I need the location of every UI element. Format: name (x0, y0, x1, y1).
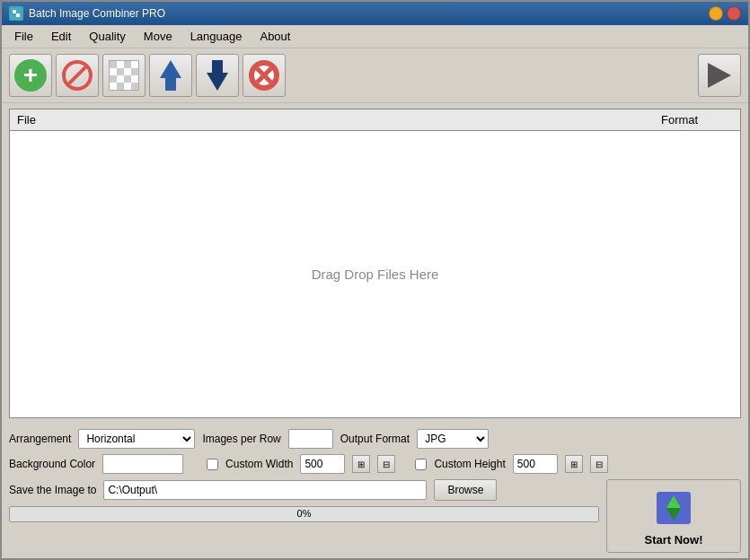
browse-button[interactable]: Browse (434, 479, 497, 501)
grid-icon-1: ⊞ (357, 459, 365, 469)
arrangement-label: Arrangement (9, 433, 71, 445)
save-label: Save the Image to (9, 484, 96, 496)
bg-color-row: Background Color Custom Width ⊞ ⊟ Custom… (9, 454, 741, 474)
file-table: File Format Drag Drop Files Here (9, 109, 741, 418)
custom-width-increase-btn[interactable]: ⊞ (352, 455, 370, 473)
menu-quality[interactable]: Quality (82, 28, 132, 45)
menu-move[interactable]: Move (137, 28, 180, 45)
arrangement-row: Arrangement Horizontal Vertical Grid Ima… (9, 429, 741, 449)
save-path-input[interactable] (103, 480, 427, 500)
title-bar-left: Batch Image Combiner PRO (9, 6, 165, 21)
custom-height-decrease-btn[interactable]: ⊟ (590, 455, 608, 473)
menu-file[interactable]: File (7, 28, 40, 45)
menu-bar: File Edit Quality Move Language About (2, 25, 748, 48)
menu-language[interactable]: Language (183, 28, 250, 45)
start-button[interactable]: Start Now! (606, 479, 741, 553)
arrow-down-icon (207, 60, 228, 91)
checker-button[interactable] (102, 54, 146, 97)
custom-height-checkbox[interactable] (415, 459, 427, 470)
menu-edit[interactable]: Edit (44, 28, 78, 45)
custom-width-checkbox[interactable] (207, 459, 218, 470)
start-label: Start Now! (645, 533, 703, 547)
drop-text: Drag Drop Files Here (312, 267, 439, 282)
move-down-button[interactable] (196, 54, 239, 97)
window-controls (709, 6, 741, 21)
bottom-controls: Arrangement Horizontal Vertical Grid Ima… (2, 424, 748, 558)
arrow-right-icon (708, 63, 731, 88)
images-per-row-input[interactable] (288, 429, 333, 449)
title-bar: Batch Image Combiner PRO (2, 2, 748, 25)
arrow-up-icon (160, 60, 181, 91)
bg-color-label: Background Color (9, 458, 95, 470)
custom-width-decrease-btn[interactable]: ⊟ (377, 455, 395, 473)
svg-rect-2 (16, 13, 20, 17)
file-table-header: File Format (10, 109, 740, 131)
file-table-body[interactable]: Drag Drop Files Here (10, 131, 740, 417)
close-button[interactable] (727, 6, 741, 21)
run-button[interactable] (698, 54, 741, 97)
window-title: Batch Image Combiner PRO (29, 7, 165, 20)
save-path-row: Save the Image to Browse (9, 479, 599, 501)
output-format-select[interactable]: JPG PNG BMP TIFF GIF (417, 429, 489, 449)
progress-section: 0% (9, 506, 599, 522)
svg-rect-1 (13, 10, 16, 13)
custom-height-input[interactable] (513, 454, 558, 474)
arrangement-select[interactable]: Horizontal Vertical Grid (78, 429, 195, 449)
resize-icon-1: ⊟ (383, 459, 390, 469)
custom-width-label: Custom Width (225, 458, 293, 470)
menu-about[interactable]: About (252, 28, 297, 45)
progress-label: 0% (10, 508, 598, 519)
add-button[interactable]: + (9, 54, 52, 97)
images-per-row-label: Images per Row (202, 433, 280, 445)
save-section: Save the Image to Browse 0% (9, 479, 599, 522)
grid-icon-2: ⊞ (570, 459, 578, 469)
format-column-header: Format (661, 113, 733, 127)
app-icon (9, 6, 23, 21)
no-icon (62, 60, 93, 91)
bg-color-picker[interactable] (102, 454, 183, 474)
progress-bar-container: 0% (9, 506, 599, 522)
start-icon (652, 486, 695, 529)
move-up-button[interactable] (149, 54, 192, 97)
custom-height-label: Custom Height (434, 458, 505, 470)
minimize-button[interactable] (709, 6, 723, 21)
add-icon: + (14, 59, 47, 92)
custom-height-increase-btn[interactable]: ⊞ (565, 455, 583, 473)
help-button[interactable] (243, 54, 286, 97)
checker-icon (109, 60, 139, 91)
file-column-header: File (17, 113, 661, 127)
output-format-label: Output Format (340, 433, 410, 445)
custom-width-input[interactable] (300, 454, 345, 474)
lifesaver-icon (249, 60, 279, 91)
main-window: Batch Image Combiner PRO File Edit Quali… (0, 0, 750, 560)
resize-icon-2: ⊟ (596, 459, 603, 469)
save-start-row: Save the Image to Browse 0% (9, 479, 741, 553)
toolbar: + (2, 48, 748, 103)
remove-button[interactable] (56, 54, 99, 97)
